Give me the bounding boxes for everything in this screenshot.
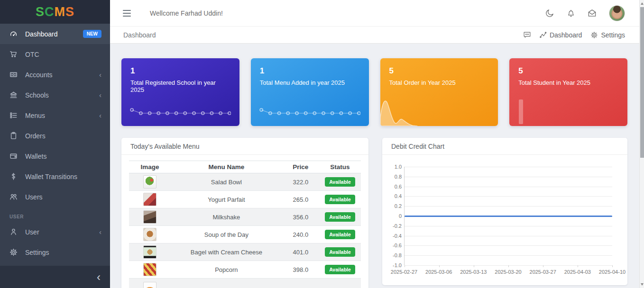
table-row[interactable]: Milkshake 356.0 Available <box>129 208 361 226</box>
chart-panel-title: Debit Credit Chart <box>391 143 444 150</box>
new-badge: NEW <box>83 30 101 38</box>
scroll-up-arrow[interactable] <box>641 2 644 5</box>
sidebar-collapse-button[interactable]: ‹ <box>0 266 110 288</box>
column-header-image: Image <box>129 161 171 173</box>
sidebar-item-wallet-transitions[interactable]: Wallet Transitions <box>0 166 110 187</box>
menu-name: Soup of the Day <box>171 226 282 243</box>
y-tick: 0.6 <box>395 184 402 189</box>
chevron-left-icon: ‹ <box>99 71 101 78</box>
breadcrumb-bar: Dashboard Dashboard Settings <box>110 26 639 44</box>
panel-title: Today's Available Menu <box>121 138 368 155</box>
chevron-left-icon: ‹ <box>99 228 101 235</box>
main-area: Wellcome Farhad Uddin! Dashboard <box>110 0 639 288</box>
sidebar-item-orders[interactable]: Orders <box>0 126 110 146</box>
user-avatar[interactable] <box>609 5 625 21</box>
mail-icon[interactable] <box>588 9 597 18</box>
y-tick: 0 <box>399 213 402 219</box>
stat-label: Total Student in Year 2025 <box>518 79 618 86</box>
menu-name: Salad Bowl <box>171 173 282 191</box>
menu-price: 322.0 <box>282 173 319 191</box>
logo-letter: C <box>45 5 55 19</box>
chevron-left-icon: ‹ <box>97 270 101 284</box>
topbar-actions <box>545 5 625 21</box>
chart-series-line <box>405 216 612 217</box>
sidebar-item-users[interactable]: Users <box>0 187 110 207</box>
sidebar-item-menus[interactable]: Menus ‹ <box>0 105 110 126</box>
stat-cards-row: 1 Total Registered School in year 2025 1… <box>121 58 627 126</box>
debit-credit-chart-panel: Debit Credit Chart 1.0 0.8 0.6 0.4 0.2 0… <box>382 138 627 285</box>
stat-value: 1 <box>130 66 230 76</box>
hamburger-menu-icon[interactable] <box>123 10 131 17</box>
menu-price: 240.0 <box>282 226 319 243</box>
status-badge: Available <box>325 195 355 204</box>
column-header-status: Status <box>319 161 361 173</box>
x-tick: 2025-04-03 <box>564 269 591 275</box>
settings-link[interactable]: Settings <box>590 31 625 39</box>
sidebar-item-user[interactable]: User ‹ <box>0 222 110 242</box>
scrollbar-thumb[interactable] <box>640 7 644 158</box>
x-tick: 2025-03-13 <box>460 269 487 275</box>
dollar-icon <box>9 172 18 180</box>
menu-name: Milkshake <box>171 208 282 226</box>
status-badge: Available <box>325 230 355 239</box>
banknote-icon <box>9 71 18 79</box>
table-row[interactable]: Salad Bowl 322.0 Available <box>129 173 361 191</box>
table-row[interactable]: Yogurt Parfait 265.0 Available <box>129 191 361 208</box>
scrollbar[interactable] <box>639 0 644 288</box>
stat-card-orders[interactable]: 5 Total Order in Year 2025 <box>380 58 498 126</box>
sidebar-item-schools[interactable]: Schools ‹ <box>0 85 110 105</box>
sidebar-item-label: Users <box>25 193 43 201</box>
dashboard-link[interactable]: Dashboard <box>540 31 582 39</box>
popcorn-photo <box>143 263 156 276</box>
y-tick: 0.2 <box>395 203 402 209</box>
stat-card-menus-added[interactable]: 1 Total Menu Added in year 2025 <box>251 58 369 126</box>
dashboard-link-label: Dashboard <box>550 31 582 39</box>
sidebar-item-wallets[interactable]: Wallets <box>0 146 110 166</box>
scms-logo[interactable]: SCMS <box>36 5 74 19</box>
y-tick: -0.2 <box>393 223 402 229</box>
stat-card-students[interactable]: 5 Total Student in Year 2025 <box>509 58 627 126</box>
logo-letter: S <box>65 5 74 19</box>
sidebar-nav: Dashboard NEW OTC Accounts ‹ Schools ‹ <box>0 24 110 262</box>
area-sparkline-chart <box>380 97 434 126</box>
bell-icon[interactable] <box>567 9 575 18</box>
breadcrumb-actions: Dashboard Settings <box>523 31 625 39</box>
logo-letter: S <box>36 5 45 19</box>
user-icon <box>9 228 18 236</box>
table-header-row: Image Menu Name Price Status <box>129 161 361 173</box>
gear-icon <box>590 31 598 39</box>
table-row[interactable]: Soup of the Day 240.0 Available <box>129 226 361 243</box>
sidebar-item-label: Menus <box>25 112 45 119</box>
sidebar-section-label: USER <box>0 207 110 222</box>
gear-icon <box>9 248 18 256</box>
sidebar-item-accounts[interactable]: Accounts ‹ <box>0 64 110 85</box>
single-bar-chart <box>519 99 523 124</box>
scroll-down-arrow[interactable] <box>641 283 644 286</box>
x-tick: 2025-03-27 <box>530 269 556 275</box>
y-tick: 0.4 <box>395 193 402 199</box>
wallet-icon <box>9 152 18 160</box>
chart-plot-area <box>404 167 612 265</box>
moon-icon[interactable] <box>545 9 554 18</box>
y-tick: 1.0 <box>395 164 402 170</box>
sidebar-item-label: OTC <box>25 51 39 58</box>
chart-y-axis: 1.0 0.8 0.6 0.4 0.2 0 -0.2 -0.4 -0.6 -0.… <box>390 167 404 265</box>
sidebar-item-settings[interactable]: Settings <box>0 242 110 262</box>
menu-name: Popcorn <box>171 261 282 279</box>
sidebar-item-otc[interactable]: OTC <box>0 44 110 64</box>
status-badge: Available <box>325 177 355 187</box>
users-icon <box>9 193 18 201</box>
dot-sparkline-chart <box>129 108 231 116</box>
sidebar-item-dashboard[interactable]: Dashboard NEW <box>0 24 110 44</box>
x-tick: 2025-03-20 <box>495 269 521 275</box>
table-row-partial[interactable] <box>129 279 361 288</box>
breadcrumb: Dashboard <box>123 31 156 39</box>
stat-label: Total Registered School in year 2025 <box>130 79 230 93</box>
comment-icon[interactable] <box>523 31 531 39</box>
table-row[interactable]: Popcorn 398.0 Available <box>129 261 361 279</box>
menu-price: 356.0 <box>282 208 319 226</box>
debit-credit-chart: 1.0 0.8 0.6 0.4 0.2 0 -0.2 -0.4 -0.6 -0.… <box>382 155 627 265</box>
bagel-with-cream-cheese-photo <box>143 245 156 259</box>
table-row[interactable]: Bagel with Cream Cheese 401.0 Available <box>129 243 361 261</box>
stat-card-registered-schools[interactable]: 1 Total Registered School in year 2025 <box>121 58 239 126</box>
